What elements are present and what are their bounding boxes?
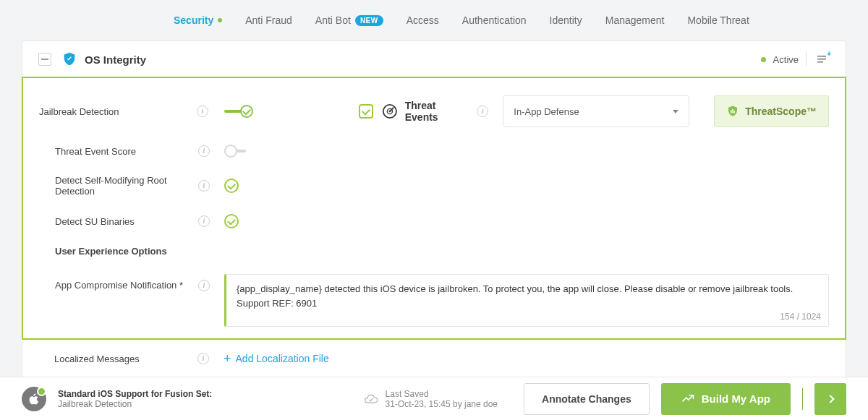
- collapse-button[interactable]: [38, 53, 51, 66]
- info-icon[interactable]: i: [197, 353, 209, 364]
- footer: Standard iOS Support for Fusion Set: Jai…: [0, 377, 868, 420]
- panel-header: OS Integrity Active +: [22, 41, 846, 77]
- row-threat-score: Threat Event Score i: [23, 136, 845, 166]
- svg-rect-9: [734, 111, 736, 113]
- divider: [806, 52, 807, 67]
- row-ux-options: User Experience Options: [23, 237, 845, 265]
- chevron-down-icon: [673, 110, 678, 113]
- label-notification: App Compromise Notification *: [39, 274, 198, 291]
- os-integrity-panel: OS Integrity Active + Jailbreak Detectio…: [22, 40, 846, 380]
- plus-icon: +: [827, 50, 831, 58]
- info-icon[interactable]: i: [477, 106, 488, 117]
- saved-detail: 31-Oct-23, 15:45 by jane doe: [386, 399, 498, 409]
- active-dot-icon: [218, 18, 222, 22]
- svg-rect-1: [817, 56, 826, 57]
- settings-list-icon: [816, 53, 827, 65]
- checkbox-threat-events[interactable]: [359, 104, 373, 119]
- label-threat-score: Threat Event Score: [39, 146, 198, 157]
- label-jailbreak: Jailbreak Detection: [39, 106, 197, 117]
- threatscope-button[interactable]: ThreatScope™: [714, 95, 829, 127]
- tab-anti-bot[interactable]: Anti BotNEW: [315, 14, 383, 26]
- row-notification: App Compromise Notification * i {app_dis…: [23, 265, 845, 338]
- svg-rect-0: [41, 59, 48, 60]
- add-localization-link[interactable]: + Add Localization File: [224, 352, 329, 365]
- config-button[interactable]: +: [814, 51, 830, 67]
- row-su-binaries: Detect SU Binaries i: [23, 205, 845, 237]
- threat-events-label: Threat Events: [405, 100, 472, 123]
- toggle-self-modifying[interactable]: [224, 179, 239, 193]
- saved-label: Last Saved: [386, 389, 498, 399]
- tab-mobile-threat[interactable]: Mobile Threat: [687, 14, 749, 26]
- svg-rect-8: [732, 109, 733, 113]
- label-localized: Localized Messages: [38, 353, 197, 364]
- info-icon[interactable]: i: [198, 280, 210, 291]
- build-button[interactable]: Build My App: [661, 383, 791, 415]
- info-icon[interactable]: i: [197, 106, 208, 117]
- annotate-button[interactable]: Annotate Changes: [524, 383, 650, 415]
- new-badge: NEW: [355, 15, 383, 26]
- apple-icon: [27, 393, 41, 406]
- svg-rect-3: [817, 61, 823, 63]
- next-button[interactable]: [814, 383, 846, 415]
- tab-identity[interactable]: Identity: [550, 14, 582, 26]
- label-su-binaries: Detect SU Binaries: [39, 216, 198, 227]
- char-count: 154 / 1024: [780, 310, 821, 323]
- chevron-right-icon: [826, 395, 834, 403]
- row-self-modifying: Detect Self-Modifying Root Detection i: [23, 166, 845, 205]
- tab-access[interactable]: Access: [407, 14, 439, 26]
- status-text: Active: [773, 54, 799, 65]
- notification-textarea[interactable]: {app_display_name} detected this iOS dev…: [224, 274, 829, 327]
- tab-management[interactable]: Management: [605, 14, 665, 26]
- cloud-check-icon: [364, 392, 378, 406]
- minus-icon: [41, 59, 48, 60]
- top-nav: Security Anti Fraud Anti BotNEW Access A…: [0, 0, 868, 40]
- info-icon[interactable]: i: [198, 215, 210, 227]
- dropdown-value: In-App Defense: [514, 106, 579, 117]
- label-ux-options: User Experience Options: [39, 246, 198, 257]
- panel-title: OS Integrity: [85, 53, 146, 66]
- label-self-modifying: Detect Self-Modifying Root Detection: [39, 175, 198, 197]
- fusion-set-info: Standard iOS Support for Fusion Set: Jai…: [58, 389, 212, 409]
- build-icon: [681, 393, 694, 406]
- row-jailbreak: Jailbreak Detection i Threat Events i In…: [23, 78, 845, 136]
- tab-security[interactable]: Security: [174, 14, 222, 26]
- toggle-su-binaries[interactable]: [224, 214, 239, 228]
- last-saved: Last Saved 31-Oct-23, 15:45 by jane doe: [364, 389, 498, 409]
- shield-icon: [61, 51, 77, 67]
- fusion-sub: Jailbreak Detection: [58, 399, 212, 409]
- notification-text: {app_display_name} detected this iOS dev…: [237, 283, 793, 309]
- toggle-jailbreak[interactable]: [223, 105, 253, 118]
- defense-dropdown[interactable]: In-App Defense: [503, 95, 689, 127]
- divider: [802, 388, 803, 410]
- fusion-title: Standard iOS Support for Fusion Set:: [58, 389, 212, 399]
- tab-authentication[interactable]: Authentication: [462, 14, 527, 26]
- svg-rect-7: [731, 111, 732, 113]
- svg-rect-2: [817, 59, 826, 60]
- plus-icon: +: [224, 352, 231, 365]
- info-icon[interactable]: i: [198, 180, 210, 192]
- info-icon[interactable]: i: [198, 145, 210, 157]
- platform-indicator: [22, 387, 46, 411]
- tab-anti-fraud[interactable]: Anti Fraud: [245, 14, 292, 26]
- toggle-threat-score[interactable]: [224, 145, 255, 158]
- radar-icon: [382, 103, 398, 119]
- panel-body: Jailbreak Detection i Threat Events i In…: [22, 77, 846, 340]
- threat-events-group: Threat Events: [382, 100, 471, 123]
- status-dot-icon: [761, 57, 766, 62]
- svg-point-6: [388, 111, 391, 113]
- shield-chart-icon: [726, 105, 739, 118]
- row-localized: Localized Messages i + Add Localization …: [22, 339, 846, 380]
